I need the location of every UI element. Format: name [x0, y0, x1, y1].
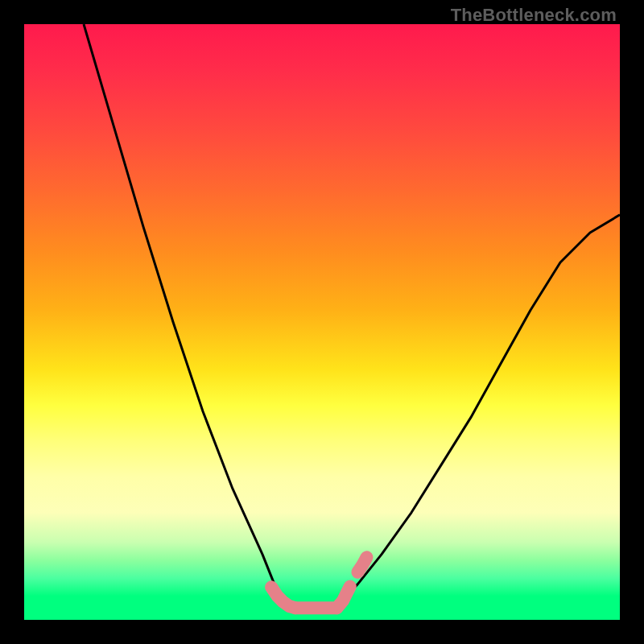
series-bottom-marker-right — [337, 587, 350, 609]
series-bottom-marker-detached — [357, 557, 366, 572]
watermark-text: TheBottleneck.com — [451, 5, 617, 26]
series-left-curve — [84, 24, 292, 608]
chart-frame: TheBottleneck.com — [0, 0, 644, 644]
plot-area — [24, 24, 620, 620]
series-right-curve — [334, 215, 620, 608]
chart-svg — [24, 24, 620, 620]
